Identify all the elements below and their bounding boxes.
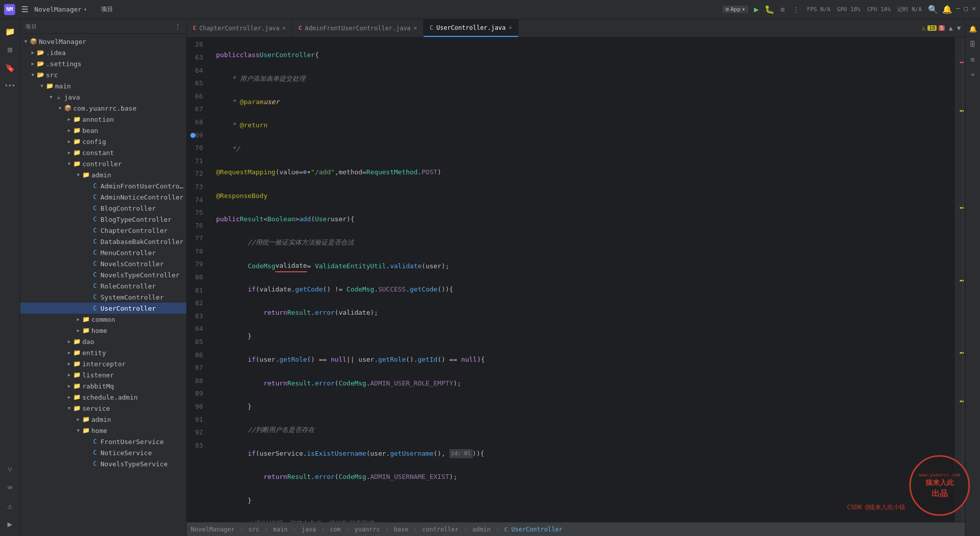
tree-item[interactable]: ▶ 📁 bean — [20, 125, 186, 136]
gutter-line: 87 — [187, 362, 207, 375]
tree-item-java-file[interactable]: C NovelsController — [20, 258, 186, 269]
tree-item-java[interactable]: ▼ ☕ java — [20, 91, 186, 103]
code-line: } — [216, 494, 951, 507]
tree-item[interactable]: ▶ 📂 .settings — [20, 58, 186, 69]
breadcrumb-user-controller[interactable]: C UserController — [504, 526, 562, 533]
file-tree[interactable]: ▼ 📦 NovelManager ▶ 📂 .idea ▶ 📂 .settings… — [20, 34, 186, 536]
tree-item-java-file[interactable]: C RoleController — [20, 280, 186, 291]
project-icon[interactable]: 📁 — [2, 23, 18, 39]
tree-item-java-file[interactable]: C AdminNoticeController — [20, 191, 186, 203]
gutter-line: 82 — [187, 297, 207, 310]
settings-button[interactable]: ⚙ — [778, 5, 788, 15]
debug-button[interactable]: 🐛 — [764, 5, 775, 15]
tab-java-icon: C — [193, 25, 196, 31]
hamburger-menu[interactable]: ☰ — [19, 4, 30, 15]
code-line: return Result.error(CodeMsg.ADMIN_USER_R… — [216, 377, 951, 390]
app-run-label[interactable]: ⚙ App ▾ — [723, 6, 748, 13]
tree-item[interactable]: ▶ 📂 .idea — [20, 47, 186, 58]
chevron-down-icon[interactable]: ▼ — [957, 24, 961, 32]
menu-bar-label[interactable]: 项目 — [99, 4, 115, 15]
warning-mark — [960, 280, 964, 281]
tree-item[interactable]: ▶ 📁 listener — [20, 369, 186, 380]
warnings-badge[interactable]: ⚠ 18 5 — [921, 24, 945, 32]
notification-icon[interactable]: 🔔 — [942, 5, 952, 14]
minimize-button[interactable]: ─ — [956, 5, 960, 14]
git-icon[interactable]: ⑂ — [2, 461, 18, 477]
tree-item[interactable]: ▼ 📁 home — [20, 425, 186, 436]
breadcrumb-admin[interactable]: admin — [473, 526, 491, 533]
bookmark-icon[interactable]: 🔖 — [2, 60, 18, 76]
tree-item-java-file[interactable]: C DatabaseBakController — [20, 236, 186, 247]
breadcrumb-com[interactable]: com — [330, 526, 341, 533]
tree-item[interactable]: ▶ 📁 interceptor — [20, 358, 186, 369]
app-run-icon: ⚙ — [726, 6, 729, 13]
watermark-tagline: 出品 — [932, 488, 948, 499]
tree-item-controller[interactable]: ▼ 📁 controller — [20, 158, 186, 169]
tree-item-java-file[interactable]: C FrontUserService — [20, 436, 186, 447]
breakpoint-icon — [189, 131, 197, 139]
search-toolbar-icon[interactable]: 🔍 — [928, 5, 938, 14]
run-log-icon[interactable]: ▶ — [2, 516, 18, 532]
tab-admin-front-user-controller[interactable]: C AdminFrontUserController.java ✕ — [292, 19, 424, 37]
notifications-panel-icon[interactable]: 🔔 — [967, 23, 978, 34]
tree-item[interactable]: ▶ 📁 common — [20, 314, 186, 325]
tree-item-java-file[interactable]: C NoticeService — [20, 447, 186, 458]
breadcrumb-main[interactable]: main — [273, 526, 288, 533]
tree-item-java-file[interactable]: C AdminFrontUserController — [20, 180, 186, 191]
breadcrumb-base[interactable]: base — [394, 526, 408, 533]
terminal-icon[interactable]: ⌨ — [2, 479, 18, 496]
gutter-line: 93 — [187, 439, 207, 452]
tree-item-src[interactable]: ▼ 📂 src — [20, 69, 186, 80]
folder-icon: 📁 — [73, 404, 81, 412]
database-panel-icon[interactable]: 🗄 — [967, 38, 978, 50]
maximize-button[interactable]: □ — [964, 5, 968, 14]
gutter-line: 76 — [187, 219, 207, 232]
tree-item-main[interactable]: ▼ 📁 main — [20, 80, 186, 91]
breadcrumb-controller[interactable]: controller — [422, 526, 458, 533]
tree-item[interactable]: ▶ 📁 entity — [20, 347, 186, 358]
tree-item[interactable]: ▶ 📁 constant — [20, 147, 186, 158]
breadcrumb-java[interactable]: java — [301, 526, 316, 533]
tree-item[interactable]: ▶ 📁 annotion — [20, 114, 186, 125]
breadcrumb-yuanrrc[interactable]: yuanrrc — [354, 526, 380, 533]
breadcrumb-novel-manager[interactable]: NovelManager — [191, 526, 235, 533]
tree-item-java-file[interactable]: C NovelsTypeController — [20, 269, 186, 280]
tree-item-java-file[interactable]: C BlogTypeController — [20, 214, 186, 225]
tree-item-package[interactable]: ▼ 📦 com.yuanrrc.base — [20, 103, 186, 114]
code-line: //用统一验证实体方法验证是否合法 — [216, 236, 951, 250]
tree-item-java-file[interactable]: C SystemController — [20, 291, 186, 303]
tree-item-java-file[interactable]: C MenuController — [20, 247, 186, 258]
code-content[interactable]: public class UserController { * 用户添加表单提交… — [212, 37, 955, 522]
problems-icon[interactable]: ⚠ — [2, 498, 18, 514]
tree-item[interactable]: ▶ 📁 dao — [20, 336, 186, 347]
chevron-up-icon[interactable]: ▲ — [949, 24, 953, 32]
dots-icon[interactable]: ••• — [2, 78, 18, 94]
run-button[interactable]: ▶ — [751, 5, 761, 15]
tree-item[interactable]: ▶ 📁 home — [20, 325, 186, 336]
tab-chapter-controller[interactable]: C ChapterController.java ✕ — [187, 19, 292, 37]
tree-item-user-controller[interactable]: C UserController — [20, 303, 186, 314]
tree-item[interactable]: ▶ 📁 admin — [20, 414, 186, 425]
tab-user-controller[interactable]: C UserController.java ✕ — [424, 19, 519, 37]
close-button[interactable]: ✕ — [972, 5, 976, 14]
tree-item-service[interactable]: ▼ 📁 service — [20, 403, 186, 414]
tab-close-button[interactable]: ✕ — [283, 25, 286, 31]
tab-close-button[interactable]: ✕ — [508, 24, 512, 31]
tree-item-java-file[interactable]: C BlogController — [20, 203, 186, 214]
tree-item[interactable]: ▶ 📁 rabbitMq — [20, 380, 186, 392]
sidebar-header: 项目 ⋮ — [20, 19, 186, 34]
more-button[interactable]: ⋮ — [791, 5, 801, 15]
maven-panel-icon[interactable]: m — [967, 54, 978, 65]
tab-close-button[interactable]: ✕ — [414, 25, 417, 31]
tree-root[interactable]: ▼ 📦 NovelManager — [20, 36, 186, 47]
tree-item[interactable]: ▶ 📁 schedule.admin — [20, 392, 186, 403]
structure-icon[interactable]: ⊞ — [2, 41, 18, 58]
tree-item-java-file[interactable]: C NovelsTypeService — [20, 458, 186, 469]
warning-mark — [960, 401, 964, 402]
tree-item-admin[interactable]: ▼ 📁 admin — [20, 169, 186, 180]
breadcrumb-src[interactable]: src — [248, 526, 260, 533]
code-editor[interactable]: 28 63 64 65 66 67 68 69 70 71 72 — [187, 37, 965, 522]
gradle-panel-icon[interactable]: ≡ — [967, 69, 978, 80]
tree-item[interactable]: ▶ 📁 config — [20, 136, 186, 147]
tree-item-java-file[interactable]: C ChapterController — [20, 225, 186, 236]
